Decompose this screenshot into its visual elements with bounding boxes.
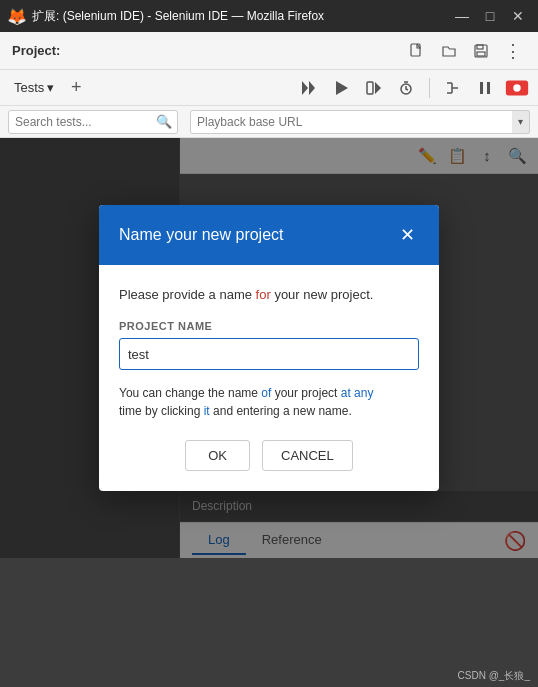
window-controls: — □ ✕ <box>450 6 530 26</box>
search-input[interactable] <box>8 110 178 134</box>
open-folder-icon[interactable] <box>436 38 462 64</box>
cancel-button[interactable]: CANCEL <box>262 440 353 471</box>
chevron-down-icon: ▾ <box>47 80 54 95</box>
search-icon: 🔍 <box>156 114 172 129</box>
dialog: Name your new project ✕ Please provide a… <box>99 205 439 492</box>
tests-bar: Tests ▾ + <box>0 70 538 106</box>
watermark: CSDN @_长狼_ <box>458 669 530 683</box>
svg-marker-5 <box>309 81 315 95</box>
titlebar: 🦊 扩展: (Selenium IDE) - Selenium IDE — Mo… <box>0 0 538 32</box>
add-test-button[interactable]: + <box>64 76 88 100</box>
modal-overlay: Name your new project ✕ Please provide a… <box>0 138 538 558</box>
save-icon[interactable] <box>468 38 494 64</box>
svg-marker-6 <box>336 81 348 95</box>
speed-icon[interactable] <box>393 75 419 101</box>
playback-url-bar: ▾ <box>190 110 530 134</box>
minimize-button[interactable]: — <box>450 6 474 26</box>
dialog-body: Please provide a name for your new proje… <box>99 265 439 492</box>
firefox-icon: 🦊 <box>8 7 26 25</box>
playback-url-input[interactable] <box>190 110 513 134</box>
more-options-icon[interactable]: ⋮ <box>500 38 526 64</box>
main-area: ✏️ 📋 ↕ 🔍 Description Log Reference 🚫 Nam… <box>0 138 538 558</box>
svg-rect-3 <box>477 52 485 56</box>
close-button[interactable]: ✕ <box>506 6 530 26</box>
field-label: PROJECT NAME <box>119 320 419 332</box>
new-file-icon[interactable] <box>404 38 430 64</box>
step-icon[interactable] <box>361 75 387 101</box>
search-playback-bar: 🔍 ▾ <box>0 106 538 138</box>
pause-icon[interactable] <box>472 75 498 101</box>
svg-marker-8 <box>375 82 381 94</box>
svg-marker-4 <box>302 81 308 95</box>
app-toolbar: Project: ⋮ <box>0 32 538 70</box>
svg-rect-11 <box>487 82 490 94</box>
project-name-input[interactable] <box>119 338 419 370</box>
run-all-icon[interactable] <box>297 75 323 101</box>
tests-label: Tests <box>14 80 44 95</box>
project-label: Project: <box>12 43 60 58</box>
playback-controls <box>297 75 530 101</box>
dialog-description: Please provide a name for your new proje… <box>119 285 419 305</box>
svg-rect-10 <box>480 82 483 94</box>
window-title: 扩展: (Selenium IDE) - Selenium IDE — Mozi… <box>32 8 444 25</box>
svg-rect-7 <box>367 82 373 94</box>
dialog-title: Name your new project <box>119 226 284 244</box>
playback-url-dropdown[interactable]: ▾ <box>512 110 530 134</box>
svg-point-13 <box>513 84 520 91</box>
svg-rect-2 <box>477 45 483 49</box>
dialog-hint: You can change the name of your project … <box>119 384 419 420</box>
maximize-button[interactable]: □ <box>478 6 502 26</box>
ok-button[interactable]: OK <box>185 440 250 471</box>
dialog-actions: OK CANCEL <box>119 440 419 475</box>
dialog-close-button[interactable]: ✕ <box>395 223 419 247</box>
run-icon[interactable] <box>329 75 355 101</box>
description-highlight: for <box>256 287 271 302</box>
tests-dropdown-button[interactable]: Tests ▾ <box>8 77 60 98</box>
dialog-header: Name your new project ✕ <box>99 205 439 265</box>
record-icon[interactable] <box>504 75 530 101</box>
branch-icon[interactable] <box>440 75 466 101</box>
